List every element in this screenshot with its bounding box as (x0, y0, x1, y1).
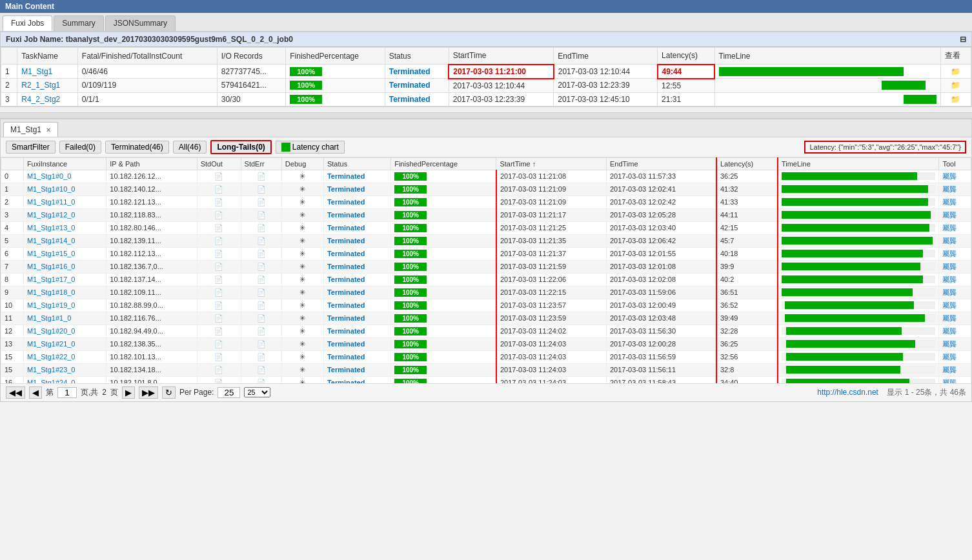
site-link[interactable]: http://hle.csdn.net (817, 388, 878, 397)
col-timeline: TimeLine (778, 157, 939, 170)
page-label: 第 (46, 387, 54, 398)
top-table-container: TaskName Fatal/Finished/TotalInstCount I… (1, 47, 971, 106)
all-filter-button[interactable]: All(46) (173, 141, 207, 154)
table-row: 8 M1_Stg1#17_0 10.182.137.14... 📄 📄 ✳ Te… (1, 273, 971, 286)
table-row: 11 M1_Stg1#1_0 10.182.116.76... 📄 📄 ✳ Te… (1, 312, 971, 325)
col-io: I/O Records (217, 48, 285, 65)
top-table: TaskName Fatal/Finished/TotalInstCount I… (1, 47, 971, 106)
table-row: 4 M1_Stg1#13_0 10.182.80.146... 📄 📄 ✳ Te… (1, 221, 971, 234)
col-starttime[interactable]: StartTime ↑ (496, 157, 606, 170)
table-row: 15 M1_Stg1#22_0 10.182.101.13... 📄 📄 ✳ T… (1, 350, 971, 363)
col-status: Status (385, 48, 449, 65)
next-page-button[interactable]: ▶ (122, 386, 135, 399)
col-ip-path: IP & Path (106, 157, 197, 170)
col-starttime: StartTime (449, 48, 553, 65)
col-debug: Debug (281, 157, 323, 170)
pagination-info: http://hle.csdn.net 显示 1 - 25条，共 46条 (817, 387, 966, 398)
main-content-title: Main Content (5, 2, 54, 11)
col-view: 查看 (940, 48, 971, 65)
col-endtime: EndTime (554, 48, 658, 65)
table-row: 1 M1_Stg1 0/46/46 827737745... 100% Term… (1, 65, 971, 79)
col-idx (1, 48, 17, 65)
page-of-label: 页,共 (81, 387, 98, 398)
close-tab-icon[interactable]: ✕ (46, 126, 51, 134)
col-fuxi-instance: FuxiInstance (23, 157, 106, 170)
col-taskname: TaskName (17, 48, 78, 65)
terminated-filter-button[interactable]: Terminated(46) (105, 141, 169, 154)
pagination-bar: ◀◀ ◀ 第 页,共 2 页 ▶ ▶▶ ↻ Per Page: 2550100 … (1, 383, 971, 401)
total-pages: 2 (102, 388, 106, 397)
table-row: 2 M1_Stg1#11_0 10.182.121.13... 📄 📄 ✳ Te… (1, 195, 971, 208)
filter-bar: SmartFilter Failed(0) Terminated(46) All… (1, 137, 971, 157)
table-row: 10 M1_Stg1#19_0 10.182.88.99,0... 📄 📄 ✳ … (1, 299, 971, 312)
per-page-select[interactable]: 2550100 (244, 387, 270, 397)
tab-m1-stg1[interactable]: M1_Stg1 ✕ (3, 122, 58, 137)
bottom-panel: M1_Stg1 ✕ SmartFilter Failed(0) Terminat… (0, 119, 972, 402)
tab-json-summary[interactable]: JSONSummary (105, 15, 176, 31)
bottom-tab-bar: M1_Stg1 ✕ (1, 119, 971, 137)
record-count: 显示 1 - 25条，共 46条 (887, 388, 966, 397)
table-row: 3 R4_2_Stg2 0/1/1 30/30 100% Terminated … (1, 92, 971, 106)
tab-fuxi-jobs[interactable]: Fuxi Jobs (3, 15, 52, 31)
top-panel: Fuxi Job Name: tbanalyst_dev_20170303030… (0, 32, 972, 107)
first-page-button[interactable]: ◀◀ (6, 386, 25, 399)
prev-page-button[interactable]: ◀ (29, 386, 42, 399)
refresh-button[interactable]: ↻ (162, 386, 176, 399)
job-name-bar: Fuxi Job Name: tbanalyst_dev_20170303030… (1, 32, 971, 47)
panel-divider (0, 112, 972, 119)
failed-filter-button[interactable]: Failed(0) (59, 141, 101, 154)
col-timeline: TimeLine (714, 48, 940, 65)
bottom-table-container[interactable]: FuxiInstance IP & Path StdOut StdErr Deb… (1, 157, 971, 383)
table-row: 2 R2_1_Stg1 0/109/119 579416421... 100% … (1, 79, 971, 93)
table-row: 7 M1_Stg1#16_0 10.182.136.7,0... 📄 📄 ✳ T… (1, 260, 971, 273)
table-row: 9 M1_Stg1#18_0 10.182.109.11... 📄 📄 ✳ Te… (1, 286, 971, 299)
page-suffix: 页 (110, 387, 118, 398)
bottom-table: FuxiInstance IP & Path StdOut StdErr Deb… (1, 157, 971, 383)
main-content-header: Main Content Fuxi Jobs Summary JSONSumma… (0, 0, 972, 107)
collapse-icon[interactable]: ⊟ (960, 35, 966, 44)
tab-summary[interactable]: Summary (54, 15, 103, 31)
table-row: 1 M1_Stg1#10_0 10.182.140.12... 📄 📄 ✳ Te… (1, 183, 971, 195)
col-tool: Tool (939, 157, 971, 170)
page-input[interactable] (57, 387, 77, 398)
top-tab-bar: Fuxi Jobs Summary JSONSummary (0, 13, 972, 32)
smart-filter-button[interactable]: SmartFilter (6, 141, 56, 154)
chart-icon (281, 143, 290, 152)
col-stderr: StdErr (241, 157, 281, 170)
long-tails-button[interactable]: Long-Tails(0) (210, 140, 271, 154)
table-row: 5 M1_Stg1#14_0 10.182.139.11... 📄 📄 ✳ Te… (1, 234, 971, 247)
job-name: Fuxi Job Name: tbanalyst_dev_20170303030… (6, 35, 293, 44)
col-counts: Fatal/Finished/TotalInstCount (77, 48, 217, 65)
table-row: 3 M1_Stg1#12_0 10.182.118.83... 📄 📄 ✳ Te… (1, 208, 971, 221)
col-latency: Latency(s) (658, 48, 714, 65)
per-page-label: Per Page: (179, 388, 214, 397)
table-row: 12 M1_Stg1#20_0 10.182.94.49,0... 📄 📄 ✳ … (1, 325, 971, 337)
latency-info: Latency: {"min":"5:3","avg":"26:25","max… (804, 141, 966, 154)
table-row: 6 M1_Stg1#15_0 10.182.112.13... 📄 📄 ✳ Te… (1, 247, 971, 260)
col-status: Status (323, 157, 390, 170)
table-row: 15 M1_Stg1#23_0 10.182.134.18... 📄 📄 ✳ T… (1, 363, 971, 376)
latency-chart-button[interactable]: Latency chart (276, 141, 345, 154)
col-pct: FinishedPercentage (286, 48, 385, 65)
col-endtime: EndTime (606, 157, 716, 170)
last-page-button[interactable]: ▶▶ (139, 386, 158, 399)
table-row: 16 M1_Stg1#24_0 10.182.101.8,0... 📄 📄 ✳ … (1, 376, 971, 383)
table-row: 0 M1_Stg1#0_0 10.182.126.12... 📄 📄 ✳ Ter… (1, 170, 971, 183)
table-row: 13 M1_Stg1#21_0 10.182.138.35... 📄 📄 ✳ T… (1, 337, 971, 350)
col-idx (1, 157, 24, 170)
col-pct: FinishedPercentage (391, 157, 496, 170)
per-page-input[interactable] (218, 387, 240, 398)
col-latency: Latency(s) (716, 157, 778, 170)
col-stdout: StdOut (197, 157, 241, 170)
